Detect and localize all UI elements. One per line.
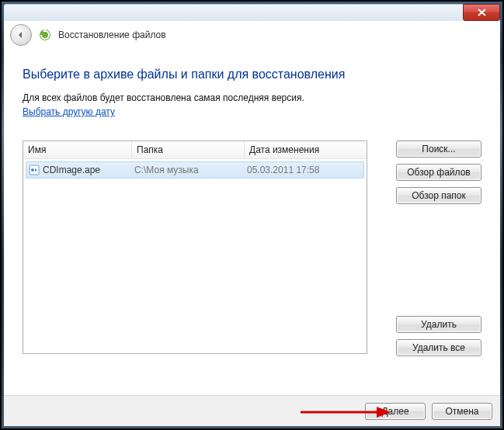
back-arrow-icon [16,29,26,40]
cancel-button[interactable]: Отмена [432,403,492,420]
footer-bar: Далее Отмена [4,395,500,426]
file-list: Имя Папка Дата изменения CDImage [23,140,367,354]
col-header-name[interactable]: Имя [23,141,132,158]
close-icon [478,9,486,16]
title-bar [4,4,500,22]
content-area: Выберите в архиве файлы и папки для восс… [4,49,500,396]
annotation-arrow-icon [299,405,392,419]
browse-folders-button[interactable]: Обзор папок [396,187,481,204]
cell-date: 05.03.2011 17:58 [247,165,363,175]
remove-button[interactable]: Удалить [396,316,481,333]
col-header-date[interactable]: Дата изменения [245,141,367,158]
file-icon [29,165,40,175]
column-header-row: Имя Папка Дата изменения [23,141,367,159]
restore-icon [38,28,52,42]
choose-date-link[interactable]: Выбрать другую дату [23,106,115,117]
svg-point-2 [31,168,34,172]
browse-files-button[interactable]: Обзор файлов [396,164,481,181]
wizard-header: Восстановление файлов [4,21,500,50]
search-button[interactable]: Поиск... [396,140,481,158]
side-button-group-bottom: Удалить Удалить все [396,316,481,356]
header-title: Восстановление файлов [58,29,166,40]
window-frame: Восстановление файлов Выберите в архиве … [0,0,504,430]
cell-name: CDImage.ape [43,165,100,175]
cell-folder: C:\Моя музыка [134,165,247,175]
page-heading: Выберите в архиве файлы и папки для восс… [23,68,481,81]
side-button-group-top: Поиск... Обзор файлов Обзор папок [396,140,481,204]
page-subtext: Для всех файлов будет восстановлена сама… [23,92,481,103]
close-button[interactable] [463,4,500,21]
col-header-folder[interactable]: Папка [132,141,245,158]
list-item[interactable]: CDImage.ape C:\Моя музыка 05.03.2011 17:… [26,161,364,179]
remove-all-button[interactable]: Удалить все [396,339,481,356]
back-button[interactable] [10,24,32,46]
